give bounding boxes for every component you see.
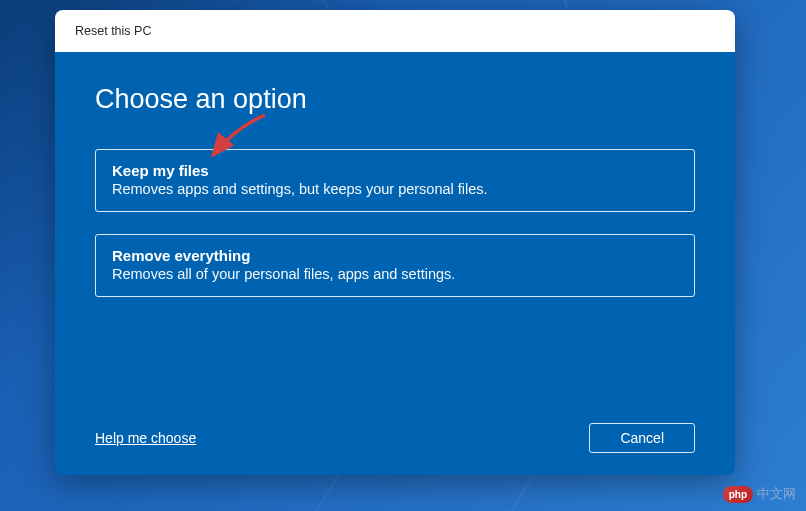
option-description: Removes apps and settings, but keeps you…	[112, 181, 678, 197]
option-title: Remove everything	[112, 247, 678, 264]
watermark-text: 中文网	[757, 485, 796, 503]
dialog-content: Choose an option Keep my files Removes a…	[55, 52, 735, 297]
titlebar: Reset this PC	[55, 10, 735, 52]
reset-pc-dialog: Reset this PC Choose an option Keep my f…	[55, 10, 735, 475]
page-heading: Choose an option	[95, 84, 695, 115]
window-title: Reset this PC	[75, 24, 151, 38]
cancel-button[interactable]: Cancel	[589, 423, 695, 453]
option-keep-my-files[interactable]: Keep my files Removes apps and settings,…	[95, 149, 695, 212]
option-title: Keep my files	[112, 162, 678, 179]
watermark: php 中文网	[723, 485, 796, 503]
php-badge-icon: php	[723, 486, 753, 503]
dialog-footer: Help me choose Cancel	[95, 423, 695, 453]
option-remove-everything[interactable]: Remove everything Removes all of your pe…	[95, 234, 695, 297]
help-me-choose-link[interactable]: Help me choose	[95, 430, 196, 446]
option-description: Removes all of your personal files, apps…	[112, 266, 678, 282]
